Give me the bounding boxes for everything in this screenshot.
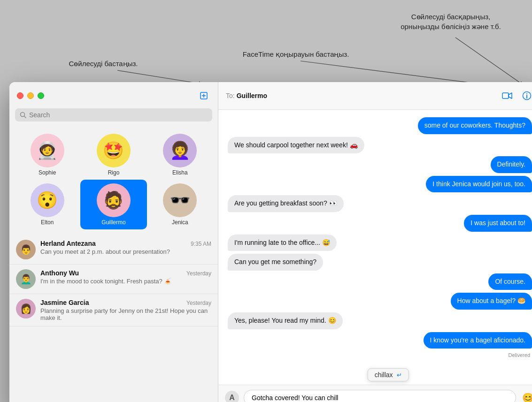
chat-contact-name: Guillermo bbox=[237, 92, 267, 99]
conv-preview-anthony: I'm in the mood to cook tonight. Fresh p… bbox=[40, 278, 211, 285]
delivered-label: Delivered bbox=[228, 352, 532, 358]
contact-elisha[interactable]: 👩‍🦱 Elisha bbox=[147, 130, 213, 180]
maximize-button[interactable] bbox=[38, 92, 44, 99]
conv-name-anthony: Anthony Wu bbox=[40, 269, 79, 277]
sidebar: 🧑‍🚀 Sophie 🤩 Rigo 👩‍🦱 Elisha 😯 Elton 🧔 bbox=[9, 82, 218, 402]
chat-header-actions bbox=[500, 89, 532, 103]
bubble-6: I was just about to! bbox=[464, 215, 532, 232]
chat-header: To: Guillermo bbox=[218, 82, 532, 110]
bubble-10: How about a bagel? 🥯 bbox=[451, 293, 532, 310]
bubble-7: I'm running late to the office... 😅 bbox=[228, 235, 337, 251]
conv-herland[interactable]: 👨 Herland Antezana 9:35 AM Can you meet … bbox=[9, 235, 218, 265]
avatar-guillermo: 🧔 bbox=[97, 183, 131, 217]
message-4: I think Jenica would join us, too. bbox=[228, 176, 532, 193]
contact-name-sophie: Sophie bbox=[39, 169, 56, 176]
close-button[interactable] bbox=[17, 92, 23, 99]
contact-guillermo[interactable]: 🧔 Guillermo bbox=[80, 180, 146, 229]
contact-name-rigo: Rigo bbox=[108, 169, 120, 176]
message-3: Definitely. bbox=[228, 156, 532, 173]
messages-area: some of our coworkers. Thoughts? We shou… bbox=[218, 110, 532, 385]
chat-panel: To: Guillermo bbox=[218, 82, 532, 402]
message-input-area: A chillax ↵ 😊 bbox=[218, 385, 532, 402]
search-bar[interactable] bbox=[15, 108, 212, 121]
bubble-9: Of course. bbox=[488, 273, 532, 290]
conv-content-jasmine: Jasmine Garcia Yesterday Planning a surp… bbox=[40, 299, 211, 321]
annotation-start-conversation: Сөйлесуді бастаңыз. bbox=[56, 59, 150, 68]
autocorrect-arrow: ↵ bbox=[397, 372, 402, 379]
conv-name-herland: Herland Antezana bbox=[40, 240, 96, 247]
bubble-3: Definitely. bbox=[491, 156, 532, 173]
bubble-8: Can you get me something? bbox=[228, 254, 323, 271]
bubble-1: some of our coworkers. Thoughts? bbox=[418, 117, 532, 134]
message-8: Can you get me something? bbox=[228, 254, 532, 271]
conv-content-herland: Herland Antezana 9:35 AM Can you meet at… bbox=[40, 240, 211, 255]
avatar-herland: 👨 bbox=[16, 240, 36, 259]
conv-preview-jasmine: Planning a surprise party for Jenny on t… bbox=[40, 307, 211, 321]
conv-time-jasmine: Yesterday bbox=[186, 300, 211, 306]
conv-anthony[interactable]: 👨‍🦱 Anthony Wu Yesterday I'm in the mood… bbox=[9, 265, 218, 294]
svg-line-0 bbox=[117, 70, 200, 83]
svg-line-10 bbox=[24, 116, 26, 118]
conv-jasmine[interactable]: 👩 Jasmine Garcia Yesterday Planning a su… bbox=[9, 294, 218, 326]
bubble-12: I know you're a bagel aficionado. bbox=[424, 332, 532, 349]
contact-name-guillermo: Guillermo bbox=[101, 219, 125, 226]
message-12: I know you're a bagel aficionado. bbox=[228, 332, 532, 349]
svg-line-4 bbox=[455, 38, 521, 83]
avatar-rigo: 🤩 bbox=[97, 134, 131, 167]
traffic-lights bbox=[17, 92, 44, 99]
conv-preview-herland: Can you meet at 2 p.m. about our present… bbox=[40, 248, 211, 255]
contact-rigo[interactable]: 🤩 Rigo bbox=[80, 130, 146, 180]
bubble-2: We should carpool together next week! 🚗 bbox=[228, 137, 364, 154]
contact-name-jenica: Jenica bbox=[172, 219, 188, 226]
message-7: I'm running late to the office... 😅 bbox=[228, 235, 532, 251]
autocorrect-popup[interactable]: chillax ↵ bbox=[368, 368, 409, 381]
emoji-button[interactable]: 😊 bbox=[521, 391, 532, 402]
contact-jenica[interactable]: 🕶️ Jenica bbox=[147, 180, 213, 229]
conv-time-anthony: Yesterday bbox=[186, 270, 211, 277]
search-input[interactable] bbox=[29, 111, 208, 119]
autocorrect-word: chillax bbox=[375, 371, 393, 379]
contact-grid: 🧑‍🚀 Sophie 🤩 Rigo 👩‍🦱 Elisha 😯 Elton 🧔 bbox=[9, 126, 218, 235]
message-9: Of course. bbox=[228, 273, 532, 290]
message-1: some of our coworkers. Thoughts? bbox=[228, 117, 532, 134]
sidebar-header bbox=[9, 82, 218, 106]
info-button[interactable] bbox=[520, 89, 532, 103]
message-6: I was just about to! bbox=[228, 215, 532, 232]
avatar-anthony: 👨‍🦱 bbox=[16, 269, 36, 289]
conv-content-anthony: Anthony Wu Yesterday I'm in the mood to … bbox=[40, 269, 211, 285]
minimize-button[interactable] bbox=[27, 92, 34, 99]
conv-time-herland: 9:35 AM bbox=[191, 241, 211, 247]
message-5: Are you getting breakfast soon? 👀 bbox=[228, 195, 532, 212]
search-icon bbox=[20, 112, 26, 118]
video-call-button[interactable] bbox=[500, 89, 514, 103]
contact-name-elisha: Elisha bbox=[172, 169, 188, 176]
svg-line-2 bbox=[301, 61, 484, 84]
avatar-elton: 😯 bbox=[31, 183, 64, 217]
conv-name-jasmine: Jasmine Garcia bbox=[40, 299, 89, 306]
message-10: How about a bagel? 🥯 bbox=[228, 293, 532, 310]
annotation-facetime: FaceTime қоңырауын бастаңыз. bbox=[235, 49, 357, 59]
avatar-sophie: 🧑‍🚀 bbox=[31, 134, 64, 167]
avatar-elisha: 👩‍🦱 bbox=[163, 134, 197, 167]
message-11: Yes, please! You read my mind. 😊 bbox=[228, 312, 532, 329]
contact-sophie[interactable]: 🧑‍🚀 Sophie bbox=[14, 130, 80, 180]
message-input[interactable] bbox=[244, 390, 516, 402]
app-window: 🧑‍🚀 Sophie 🤩 Rigo 👩‍🦱 Elisha 😯 Elton 🧔 bbox=[9, 82, 532, 402]
compose-button[interactable] bbox=[197, 89, 210, 102]
contact-name-elton: Elton bbox=[41, 219, 54, 226]
app-store-icon: A bbox=[229, 394, 235, 402]
app-store-button[interactable]: A bbox=[225, 391, 239, 402]
avatar-jasmine: 👩 bbox=[16, 299, 36, 319]
bubble-11: Yes, please! You read my mind. 😊 bbox=[228, 312, 343, 329]
avatar-jenica: 🕶️ bbox=[163, 183, 197, 217]
svg-rect-11 bbox=[502, 93, 509, 99]
annotation-manage: Сөйлесуді басқарыңыз,орныңызды бөлісіңіз… bbox=[376, 12, 526, 31]
conversation-list: 👨 Herland Antezana 9:35 AM Can you meet … bbox=[9, 235, 218, 402]
bubble-4: I think Jenica would join us, too. bbox=[426, 176, 532, 193]
svg-point-14 bbox=[526, 93, 527, 94]
contact-elton[interactable]: 😯 Elton bbox=[14, 180, 80, 229]
message-2: We should carpool together next week! 🚗 bbox=[228, 137, 532, 154]
to-label: To: bbox=[226, 92, 235, 99]
bubble-5: Are you getting breakfast soon? 👀 bbox=[228, 195, 344, 212]
